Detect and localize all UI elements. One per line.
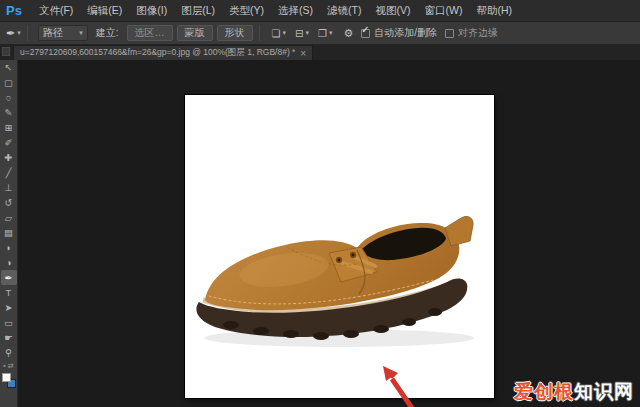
path-selection-tool-button[interactable]: ➤	[1, 300, 17, 315]
separator	[259, 25, 260, 41]
tools-panel: ↖ ▢ ○ ✎ ⊞ ✐ ✚ ╱ ⊥ ↺ ▱ ▤ ◗ ◑ ✒ T ➤ ▭ ☛ ⚲ …	[0, 60, 18, 407]
clone-stamp-tool-button[interactable]: ⊥	[1, 180, 17, 195]
photoshop-logo: Ps	[6, 3, 22, 18]
swatch-controls: ▪ ⇄	[3, 362, 13, 370]
type-icon: T	[6, 287, 12, 298]
history-brush-tool-button[interactable]: ↺	[1, 195, 17, 210]
menu-help[interactable]: 帮助(H)	[469, 0, 519, 21]
tab-bar-corner	[2, 47, 10, 56]
shoe-image	[189, 198, 489, 358]
gear-icon[interactable]: ⚙	[343, 27, 353, 40]
separator	[27, 25, 28, 41]
gradient-tool-button[interactable]: ▤	[1, 225, 17, 240]
shape-icon: ▭	[4, 317, 13, 328]
checkbox-unchecked-icon	[445, 29, 454, 38]
annotation-arrow	[348, 340, 458, 407]
auto-add-delete-label: 自动添加/删除	[374, 26, 437, 40]
document-tab-bar: u=2797120609,600157466&fm=26&gp=0.jpg @ …	[0, 45, 640, 60]
canvas-area[interactable]: 爱创根知识网	[18, 60, 640, 407]
history-brush-icon: ↺	[5, 197, 13, 208]
move-icon: ↖	[5, 62, 13, 73]
path-alignment-button[interactable]: ⊟ ▾	[292, 25, 312, 41]
pen-icon: ✒	[5, 272, 13, 283]
hand-icon: ☛	[4, 332, 13, 343]
type-tool-button[interactable]: T	[1, 285, 17, 300]
menu-view[interactable]: 视图(V)	[369, 0, 418, 21]
dodge-tool-button[interactable]: ◑	[1, 255, 17, 270]
crop-icon: ⊞	[5, 122, 13, 133]
make-label: 建立:	[96, 26, 119, 40]
healing-brush-icon: ✚	[5, 152, 13, 163]
path-operations-icon: ❏	[272, 28, 281, 39]
pen-tool-button[interactable]: ✒	[1, 270, 17, 285]
brush-tool-button[interactable]: ╱	[1, 165, 17, 180]
watermark-red-text: 爱创根	[514, 381, 574, 402]
menu-edit[interactable]: 编辑(E)	[80, 0, 129, 21]
document-title: u=2797120609,600157466&fm=26&gp=0.jpg @ …	[20, 47, 295, 59]
default-swatches-icon[interactable]: ▪	[3, 362, 5, 370]
menu-file[interactable]: 文件(F)	[32, 0, 80, 21]
eraser-icon: ▱	[5, 212, 12, 223]
lasso-tool-button[interactable]: ○	[1, 90, 17, 105]
menu-window[interactable]: 窗口(W)	[418, 0, 470, 21]
crop-tool-button[interactable]: ⊞	[1, 120, 17, 135]
path-operations-button[interactable]: ❏ ▾	[269, 25, 289, 41]
shape-tool-button[interactable]: ▭	[1, 315, 17, 330]
chevron-down-icon: ▾	[305, 29, 309, 37]
align-edges-label: 对齐边缘	[458, 26, 498, 40]
tool-mode-dropdown[interactable]: 路径 ▾	[38, 25, 88, 41]
make-mask-button[interactable]: 蒙版	[177, 25, 213, 41]
menu-filter[interactable]: 滤镜(T)	[320, 0, 368, 21]
auto-add-delete-checkbox[interactable]: ✓ 自动添加/删除	[361, 26, 437, 40]
path-arrangement-button[interactable]: ❐ ▾	[315, 25, 335, 41]
pen-tool-icon[interactable]: ✒	[6, 27, 15, 40]
zoom-tool-button[interactable]: ⚲	[1, 345, 17, 360]
zoom-icon: ⚲	[5, 347, 12, 358]
eyedropper-icon: ✐	[5, 137, 13, 148]
menu-select[interactable]: 选择(S)	[271, 0, 320, 21]
lasso-icon: ○	[6, 92, 12, 103]
path-alignment-icon: ⊟	[295, 28, 303, 39]
path-selection-icon: ➤	[5, 302, 13, 313]
make-selection-button[interactable]: 选区…	[127, 25, 173, 41]
path-arrangement-icon: ❐	[318, 28, 327, 39]
chevron-down-icon: ▾	[329, 29, 333, 37]
gradient-icon: ▤	[4, 227, 13, 238]
tool-mode-value: 路径	[43, 26, 63, 40]
brush-icon: ╱	[6, 167, 12, 178]
menu-layer[interactable]: 图层(L)	[174, 0, 222, 21]
color-swatches[interactable]	[1, 372, 17, 388]
eyedropper-tool-button[interactable]: ✐	[1, 135, 17, 150]
watermark-white-text: 知识网	[574, 381, 634, 402]
healing-brush-tool-button[interactable]: ✚	[1, 150, 17, 165]
make-shape-button[interactable]: 形状	[217, 25, 253, 41]
menu-type[interactable]: 类型(Y)	[222, 0, 271, 21]
close-icon[interactable]: ×	[300, 48, 306, 59]
document-tab[interactable]: u=2797120609,600157466&fm=26&gp=0.jpg @ …	[13, 45, 313, 60]
tool-options-bar: ✒ ▾ 路径 ▾ 建立: 选区… 蒙版 形状 ❏ ▾ ⊟ ▾ ❐ ▾ ⚙ ✓ 自…	[0, 22, 640, 45]
foreground-color-swatch[interactable]	[2, 373, 11, 382]
checkbox-checked-icon: ✓	[361, 29, 370, 38]
menu-bar: Ps 文件(F) 编辑(E) 图像(I) 图层(L) 类型(Y) 选择(S) 滤…	[0, 0, 640, 22]
watermark: 爱创根知识网	[514, 379, 634, 405]
align-edges-checkbox[interactable]: 对齐边缘	[445, 26, 498, 40]
chevron-down-icon: ▾	[79, 29, 83, 37]
menu-image[interactable]: 图像(I)	[129, 0, 174, 21]
dodge-icon: ◑	[6, 257, 12, 268]
tool-preset-caret-icon[interactable]: ▾	[17, 29, 21, 37]
quick-selection-icon: ✎	[5, 107, 13, 118]
marquee-tool-button[interactable]: ▢	[1, 75, 17, 90]
blur-icon: ◗	[6, 242, 12, 253]
quick-selection-tool-button[interactable]: ✎	[1, 105, 17, 120]
clone-stamp-icon: ⊥	[4, 182, 12, 193]
eraser-tool-button[interactable]: ▱	[1, 210, 17, 225]
photoshop-window: Ps 文件(F) 编辑(E) 图像(I) 图层(L) 类型(Y) 选择(S) 滤…	[0, 0, 640, 407]
hand-tool-button[interactable]: ☛	[1, 330, 17, 345]
chevron-down-icon: ▾	[282, 29, 286, 37]
marquee-icon: ▢	[4, 77, 13, 88]
blur-tool-button[interactable]: ◗	[1, 240, 17, 255]
swap-swatches-icon[interactable]: ⇄	[8, 362, 14, 370]
move-tool-button[interactable]: ↖	[1, 60, 17, 75]
